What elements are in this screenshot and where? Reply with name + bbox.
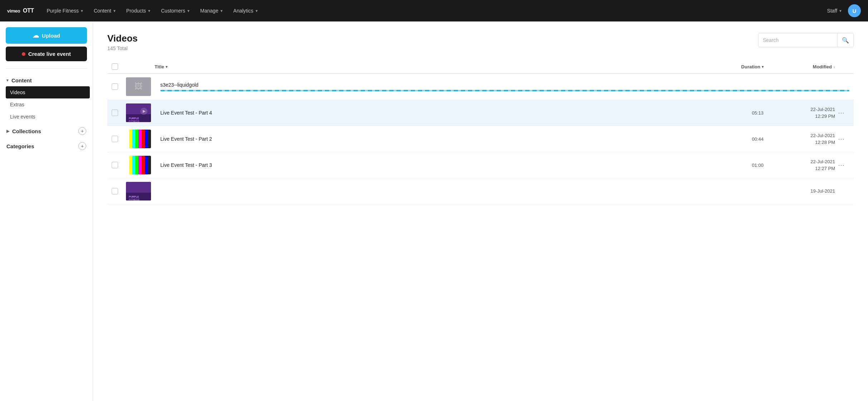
content-section-header[interactable]: ▾ Content <box>3 74 90 86</box>
video-duration-cell: 01:00 <box>699 163 764 168</box>
content-section-label: Content <box>11 77 32 83</box>
nav-item-brand[interactable]: Purple Fitness ▼ <box>43 6 88 16</box>
row-thumb: 🖼 <box>126 77 155 96</box>
upload-progress-bar <box>160 90 849 91</box>
row-check <box>112 83 126 90</box>
sidebar-item-extras[interactable]: Extras <box>6 98 90 111</box>
nav-customers-label: Customers <box>161 8 185 14</box>
search-input[interactable] <box>759 37 837 43</box>
video-title: Live Event Test - Part 2 <box>160 136 212 142</box>
collections-add-icon[interactable]: + <box>78 127 86 135</box>
video-duration: 00:44 <box>752 136 764 142</box>
row-check <box>112 188 126 194</box>
video-title-cell: Live Event Test - Part 3 <box>155 162 699 168</box>
upload-button[interactable]: ☁ Upload <box>6 27 87 44</box>
search-box: 🔍 <box>758 33 854 47</box>
row-checkbox[interactable] <box>112 83 118 90</box>
video-modified: 22-Jul-2021 12:27 PM <box>810 158 835 172</box>
search-button[interactable]: 🔍 <box>837 33 853 47</box>
video-thumbnail: 🖼 <box>126 77 151 96</box>
row-thumb: PURPLE FITNESS <box>126 182 155 200</box>
main-title-group: Videos 145 Total <box>107 33 138 51</box>
layout: ☁ Upload Create live event ▾ Content Vid… <box>0 21 868 401</box>
row-thumb: PURPLE FITNESS <box>126 103 155 122</box>
video-title-cell: Live Event Test - Part 4 <box>155 110 699 116</box>
svg-text:FITNESS: FITNESS <box>129 198 140 200</box>
content-section-chevron-icon: ▾ <box>6 78 9 83</box>
row-checkbox[interactable] <box>112 162 118 168</box>
nav-item-customers[interactable]: Customers ▼ <box>157 6 195 16</box>
video-modified: 19-Jul-2021 <box>810 188 835 195</box>
table-row[interactable]: PURPLE FITNESS Live Event Test - Part 4 … <box>107 100 854 126</box>
video-title: Live Event Test - Part 4 <box>160 110 212 116</box>
modified-date: 22-Jul-2021 <box>810 106 835 113</box>
upload-label: Upload <box>42 33 60 39</box>
staff-menu[interactable]: Staff ▼ <box>827 8 842 14</box>
video-thumbnail <box>126 156 151 174</box>
video-modified: 22-Jul-2021 12:28 PM <box>810 132 835 146</box>
collections-chevron-icon: ▶ <box>6 129 9 134</box>
nav-item-products[interactable]: Products ▼ <box>122 6 155 16</box>
collections-section-header[interactable]: ▶ Collections + <box>3 124 90 138</box>
col-modified-header[interactable]: Modified ↓ <box>764 64 835 69</box>
table-row[interactable]: Live Event Test - Part 3 01:00 22-Jul-20… <box>107 152 854 178</box>
row-thumb <box>126 156 155 174</box>
sidebar-divider <box>6 68 87 69</box>
content-chevron-icon: ▼ <box>113 9 116 13</box>
upload-bar-fill <box>160 90 849 91</box>
upload-filename: s3e23--liquidgold <box>160 82 849 88</box>
nav-products-label: Products <box>126 8 146 14</box>
modified-time: 12:29 PM <box>810 113 835 120</box>
video-duration-cell: 05:13 <box>699 110 764 116</box>
table-row[interactable]: PURPLE FITNESS 19-Jul-2021 <box>107 178 854 204</box>
col-duration-header[interactable]: Duration ▾ <box>699 64 764 69</box>
table-row: 🖼 s3e23--liquidgold <box>107 74 854 100</box>
staff-chevron-icon: ▼ <box>839 9 842 13</box>
topnav: vimeo OTT Purple Fitness ▼ Content ▼ Pro… <box>0 0 868 21</box>
col-title-header[interactable]: Title ▾ <box>155 64 699 69</box>
row-checkbox[interactable] <box>112 188 118 194</box>
main-header: Videos 145 Total 🔍 <box>107 33 854 51</box>
more-options-button[interactable]: ⋯ <box>835 134 847 144</box>
categories-label-group: Categories <box>6 143 34 149</box>
video-modified: 22-Jul-2021 12:29 PM <box>810 106 835 120</box>
nav-item-content[interactable]: Content ▼ <box>89 6 121 16</box>
more-options-button[interactable]: ⋯ <box>835 107 847 118</box>
row-checkbox[interactable] <box>112 110 118 116</box>
nav-item-analytics[interactable]: Analytics ▼ <box>229 6 263 16</box>
select-all-checkbox[interactable] <box>112 63 118 70</box>
video-modified-cell: 22-Jul-2021 12:29 PM <box>764 106 835 120</box>
page-title: Videos <box>107 33 138 44</box>
row-check <box>112 110 126 116</box>
live-dot-icon <box>22 52 25 56</box>
table-header: Title ▾ Duration ▾ Modified ↓ <box>107 60 854 74</box>
upload-progress-group: s3e23--liquidgold <box>160 82 849 91</box>
nav-item-manage[interactable]: Manage ▼ <box>196 6 228 16</box>
main-content: Videos 145 Total 🔍 Title ▾ Duration <box>93 21 868 401</box>
total-count: 145 Total <box>107 45 138 51</box>
video-modified-cell: 22-Jul-2021 12:28 PM <box>764 132 835 146</box>
categories-add-icon[interactable]: + <box>78 142 86 150</box>
sidebar-collections-section: ▶ Collections + <box>0 124 93 138</box>
logo-ott: OTT <box>23 8 34 14</box>
row-actions: ⋯ <box>835 107 849 118</box>
modified-date: 22-Jul-2021 <box>810 132 835 139</box>
video-thumbnail: PURPLE FITNESS <box>126 182 151 200</box>
svg-text:PURPLE: PURPLE <box>129 117 139 120</box>
analytics-chevron-icon: ▼ <box>255 9 258 13</box>
svg-text:vimeo: vimeo <box>7 8 20 14</box>
modified-sort-icon: ↓ <box>833 65 835 69</box>
title-col-label: Title <box>155 64 164 69</box>
avatar[interactable]: U <box>848 4 861 17</box>
sidebar-item-live-events[interactable]: Live events <box>6 111 90 123</box>
categories-section-header[interactable]: Categories + <box>3 139 90 153</box>
more-options-button[interactable]: ⋯ <box>835 160 847 170</box>
sidebar-item-videos[interactable]: Videos <box>6 86 90 98</box>
title-sort-icon: ▾ <box>166 65 167 69</box>
video-thumbnail <box>126 130 151 148</box>
video-modified-cell: 19-Jul-2021 <box>764 188 835 195</box>
row-checkbox[interactable] <box>112 136 118 142</box>
create-live-event-button[interactable]: Create live event <box>6 47 87 61</box>
table-row[interactable]: Live Event Test - Part 2 00:44 22-Jul-20… <box>107 126 854 152</box>
video-title: Live Event Test - Part 3 <box>160 162 212 168</box>
